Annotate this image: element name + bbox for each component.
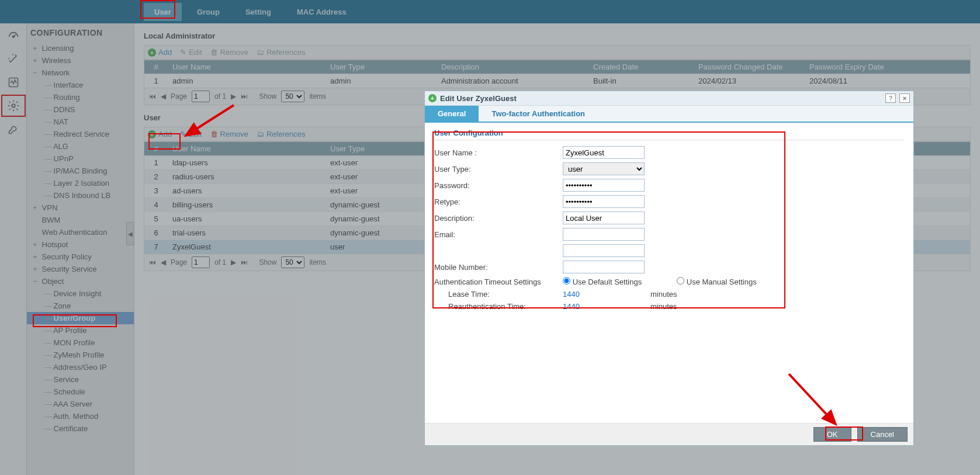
pager-prev-icon[interactable]: ◀ — [161, 258, 166, 266]
sidebar-item-redirect-service[interactable]: — Redirect Service — [27, 128, 134, 140]
wrench-icon[interactable] — [1, 118, 26, 140]
username-input[interactable] — [563, 146, 645, 159]
dash-icon: — — [44, 363, 51, 372]
sidebar-item-hotspot[interactable]: + Hotspot — [27, 238, 134, 251]
sidebar-item-routing[interactable]: — Routing — [27, 91, 134, 103]
retype-input[interactable] — [563, 195, 645, 208]
sidebar-item-upnp[interactable]: — UPnP — [27, 152, 134, 165]
sidebar-item-service[interactable]: — Service — [27, 373, 134, 386]
sidebar-item-ip-mac-binding[interactable]: — IP/MAC Binding — [27, 165, 134, 177]
password-input[interactable] — [563, 179, 645, 192]
sidebar-item-zone[interactable]: — Zone — [27, 300, 134, 312]
tab-user[interactable]: User — [144, 3, 182, 21]
sidebar-label: Licensing — [40, 44, 74, 53]
admin-page-input[interactable] — [192, 91, 210, 102]
sidebar-item-auth-method[interactable]: — Auth. Method — [27, 410, 134, 422]
gear-icon[interactable] — [1, 95, 26, 117]
tab-mac[interactable]: MAC Address — [286, 3, 357, 21]
admin-refs-button[interactable]: 🗂 References — [257, 48, 305, 57]
sidebar-item-mon-profile[interactable]: — MON Profile — [27, 337, 134, 349]
col-desc[interactable]: Description — [437, 60, 588, 74]
wand-icon[interactable] — [1, 48, 26, 70]
admin-grid: # User Name User Type Description Create… — [144, 60, 971, 88]
col-username[interactable]: User Name — [168, 142, 325, 155]
sidebar-item-licensing[interactable]: + Licensing — [27, 42, 134, 54]
sidebar-item-user-group[interactable]: — User/Group — [27, 312, 134, 324]
mobile-input[interactable] — [563, 261, 645, 273]
form-section-title: User Configuration — [434, 129, 904, 140]
tab-2fa[interactable]: Two-factor Authentication — [479, 106, 598, 122]
sidebar-item-zymesh-profile[interactable]: — ZyMesh Profile — [27, 349, 134, 361]
user-pagesize-select[interactable]: 50 — [281, 256, 304, 268]
sidebar-item-ddns[interactable]: — DDNS — [27, 103, 134, 116]
sidebar-item-dns-inbound-lb[interactable]: — DNS Inbound LB — [27, 189, 134, 202]
col-pwdexpiry[interactable]: Password Expiry Date — [805, 60, 892, 74]
pager-next-icon[interactable]: ▶ — [231, 92, 236, 100]
cancel-button[interactable]: Cancel — [857, 427, 908, 442]
label-auth-timeout: Authentication Timeout Settings — [434, 278, 563, 286]
user-refs-button[interactable]: 🗂 References — [257, 130, 305, 138]
email-input[interactable] — [563, 228, 645, 241]
activity-icon[interactable] — [1, 71, 26, 93]
pager-first-icon[interactable]: ⏮ — [149, 258, 156, 266]
sidebar-item-object[interactable]: − Object — [27, 275, 134, 287]
sidebar-item-web-authentication[interactable]: Web Authentication — [27, 226, 134, 238]
sidebar-item-interface[interactable]: — Interface — [27, 79, 134, 91]
email2-input[interactable] — [563, 244, 645, 257]
admin-edit-button[interactable]: ✎ Edit — [180, 48, 202, 57]
usertype-select[interactable]: user — [563, 162, 645, 175]
tab-group[interactable]: Group — [186, 3, 230, 21]
pager-first-icon[interactable]: ⏮ — [149, 92, 156, 100]
close-icon[interactable]: ✕ — [899, 93, 910, 103]
col-index[interactable]: # — [144, 142, 168, 155]
dialog-footer: OK Cancel — [425, 423, 913, 445]
sidebar-title: CONFIGURATION — [27, 23, 134, 42]
ok-button[interactable]: OK — [813, 427, 851, 442]
user-page-input[interactable] — [192, 256, 210, 268]
radio-manual-input[interactable] — [677, 277, 684, 285]
sidebar-item-ap-profile[interactable]: — AP Profile — [27, 324, 134, 337]
sidebar-item-vpn[interactable]: + VPN — [27, 202, 134, 214]
sidebar-collapse-handle[interactable]: ◀ — [126, 222, 134, 245]
user-remove-button[interactable]: 🗑 Remove — [210, 130, 248, 138]
dashboard-icon[interactable] — [1, 25, 26, 47]
col-pwdchanged[interactable]: Password Changed Date — [694, 60, 805, 74]
pager-prev-icon[interactable]: ◀ — [161, 92, 166, 100]
sidebar-item-layer-2-isolation[interactable]: — Layer 2 Isolation — [27, 177, 134, 189]
tab-general[interactable]: General — [425, 106, 479, 122]
pager-next-icon[interactable]: ▶ — [231, 258, 236, 266]
help-icon[interactable]: ? — [885, 93, 896, 103]
sidebar-item-wireless[interactable]: + Wireless — [27, 54, 134, 67]
plus-icon: + — [428, 94, 437, 102]
sidebar-item-security-policy[interactable]: + Security Policy — [27, 251, 134, 263]
tab-setting[interactable]: Setting — [235, 3, 282, 21]
admin-pagesize-select[interactable]: 50 — [281, 91, 304, 102]
user-add-button[interactable]: +Add — [148, 130, 172, 138]
sidebar-item-alg[interactable]: — ALG — [27, 140, 134, 152]
admin-remove-button[interactable]: 🗑 Remove — [210, 48, 248, 57]
sidebar-item-bwm[interactable]: BWM — [27, 214, 134, 226]
col-index[interactable]: # — [144, 60, 168, 74]
pager-last-icon[interactable]: ⏭ — [241, 258, 248, 266]
dash-icon: — — [44, 105, 51, 114]
sidebar-item-nat[interactable]: — NAT — [27, 116, 134, 128]
sidebar-item-schedule[interactable]: — Schedule — [27, 386, 134, 398]
sidebar-item-device-insight[interactable]: — Device Insight — [27, 287, 134, 300]
sidebar-item-network[interactable]: − Network — [27, 67, 134, 79]
col-usertype[interactable]: User Type — [325, 60, 437, 74]
col-username[interactable]: User Name — [168, 60, 325, 74]
user-edit-button[interactable]: ✎ Edit — [180, 130, 202, 138]
sidebar-item-certificate[interactable]: — Certificate — [27, 422, 134, 435]
sidebar-item-aaa-server[interactable]: — AAA Server — [27, 398, 134, 410]
admin-toolbar: +Add ✎ Edit 🗑 Remove 🗂 References — [144, 45, 971, 60]
admin-row[interactable]: 1 admin admin Administration account Bui… — [144, 74, 970, 88]
admin-add-button[interactable]: +Add — [148, 48, 172, 57]
sidebar-item-address-geo-ip[interactable]: — Address/Geo IP — [27, 361, 134, 373]
radio-manual[interactable]: Use Manual Settings — [677, 277, 757, 286]
sidebar-item-security-service[interactable]: + Security Service — [27, 263, 134, 275]
radio-default-input[interactable] — [563, 277, 570, 285]
pager-last-icon[interactable]: ⏭ — [241, 92, 248, 100]
description-input[interactable] — [563, 212, 645, 224]
radio-default[interactable]: Use Default Settings — [563, 277, 642, 286]
col-created[interactable]: Created Date — [588, 60, 694, 74]
